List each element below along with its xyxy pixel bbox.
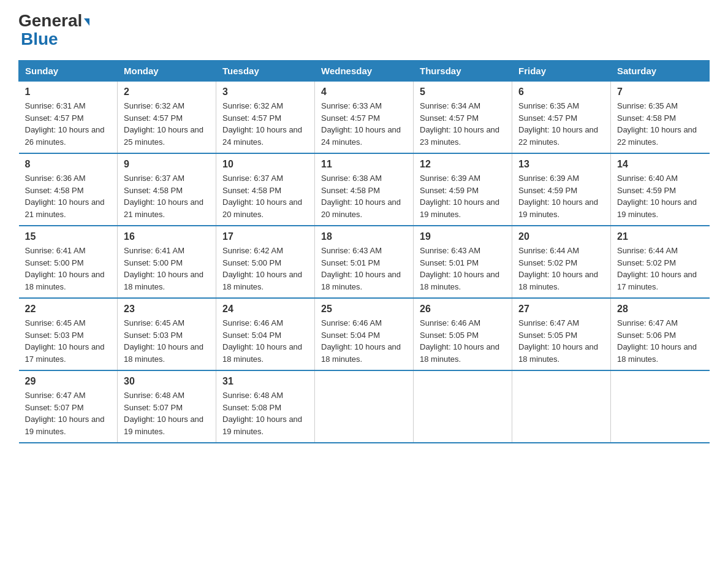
day-number: 3 xyxy=(222,86,308,98)
weekday-header-wednesday: Wednesday xyxy=(315,61,414,82)
calendar-week-row: 8Sunrise: 6:36 AMSunset: 4:58 PMDaylight… xyxy=(19,153,710,226)
calendar-cell: 7Sunrise: 6:35 AMSunset: 4:58 PMDaylight… xyxy=(611,82,710,154)
day-info: Sunrise: 6:39 AMSunset: 4:59 PMDaylight:… xyxy=(420,172,506,220)
calendar-cell: 25Sunrise: 6:46 AMSunset: 5:04 PMDayligh… xyxy=(315,298,414,370)
day-info: Sunrise: 6:44 AMSunset: 5:02 PMDaylight:… xyxy=(617,245,703,293)
day-number: 17 xyxy=(222,231,308,242)
weekday-header-thursday: Thursday xyxy=(414,61,512,82)
day-info: Sunrise: 6:38 AMSunset: 4:58 PMDaylight:… xyxy=(321,172,407,220)
day-info: Sunrise: 6:46 AMSunset: 5:04 PMDaylight:… xyxy=(321,317,407,365)
calendar-cell: 30Sunrise: 6:48 AMSunset: 5:07 PMDayligh… xyxy=(118,370,216,443)
page-header: General Blue xyxy=(18,12,710,48)
day-number: 9 xyxy=(124,159,210,170)
day-number: 20 xyxy=(518,231,604,242)
day-info: Sunrise: 6:47 AMSunset: 5:05 PMDaylight:… xyxy=(518,317,604,365)
day-number: 19 xyxy=(420,231,506,242)
day-number: 12 xyxy=(420,159,506,170)
calendar-cell xyxy=(512,370,611,443)
day-number: 14 xyxy=(617,159,703,170)
calendar-cell: 8Sunrise: 6:36 AMSunset: 4:58 PMDaylight… xyxy=(19,153,118,226)
day-number: 23 xyxy=(124,304,210,315)
day-info: Sunrise: 6:40 AMSunset: 4:59 PMDaylight:… xyxy=(617,172,703,220)
day-info: Sunrise: 6:37 AMSunset: 4:58 PMDaylight:… xyxy=(222,172,308,220)
weekday-header-saturday: Saturday xyxy=(611,61,710,82)
day-info: Sunrise: 6:46 AMSunset: 5:04 PMDaylight:… xyxy=(222,317,308,365)
calendar-cell: 10Sunrise: 6:37 AMSunset: 4:58 PMDayligh… xyxy=(216,153,315,226)
logo: General Blue xyxy=(18,12,89,48)
calendar-cell: 6Sunrise: 6:35 AMSunset: 4:57 PMDaylight… xyxy=(512,82,611,154)
calendar-cell: 28Sunrise: 6:47 AMSunset: 5:06 PMDayligh… xyxy=(611,298,710,370)
calendar-cell: 31Sunrise: 6:48 AMSunset: 5:08 PMDayligh… xyxy=(216,370,315,443)
calendar-cell: 27Sunrise: 6:47 AMSunset: 5:05 PMDayligh… xyxy=(512,298,611,370)
day-info: Sunrise: 6:48 AMSunset: 5:08 PMDaylight:… xyxy=(222,389,308,437)
day-number: 11 xyxy=(321,159,407,170)
day-number: 15 xyxy=(25,231,112,242)
day-info: Sunrise: 6:43 AMSunset: 5:01 PMDaylight:… xyxy=(420,245,506,293)
calendar-table: SundayMondayTuesdayWednesdayThursdayFrid… xyxy=(18,60,710,443)
calendar-cell: 29Sunrise: 6:47 AMSunset: 5:07 PMDayligh… xyxy=(19,370,118,443)
calendar-cell: 12Sunrise: 6:39 AMSunset: 4:59 PMDayligh… xyxy=(414,153,512,226)
calendar-cell: 4Sunrise: 6:33 AMSunset: 4:57 PMDaylight… xyxy=(315,82,414,154)
calendar-cell: 13Sunrise: 6:39 AMSunset: 4:59 PMDayligh… xyxy=(512,153,611,226)
calendar-cell: 18Sunrise: 6:43 AMSunset: 5:01 PMDayligh… xyxy=(315,226,414,298)
calendar-cell xyxy=(315,370,414,443)
day-number: 18 xyxy=(321,231,407,242)
day-number: 27 xyxy=(518,304,604,315)
day-number: 21 xyxy=(617,231,703,242)
day-info: Sunrise: 6:36 AMSunset: 4:58 PMDaylight:… xyxy=(25,172,112,220)
day-number: 7 xyxy=(617,86,703,98)
day-info: Sunrise: 6:44 AMSunset: 5:02 PMDaylight:… xyxy=(518,245,604,293)
calendar-week-row: 22Sunrise: 6:45 AMSunset: 5:03 PMDayligh… xyxy=(19,298,710,370)
calendar-cell xyxy=(611,370,710,443)
day-number: 10 xyxy=(222,159,308,170)
calendar-cell: 24Sunrise: 6:46 AMSunset: 5:04 PMDayligh… xyxy=(216,298,315,370)
day-number: 28 xyxy=(617,304,703,315)
day-info: Sunrise: 6:48 AMSunset: 5:07 PMDaylight:… xyxy=(124,389,210,437)
day-info: Sunrise: 6:33 AMSunset: 4:57 PMDaylight:… xyxy=(321,100,407,148)
calendar-cell: 20Sunrise: 6:44 AMSunset: 5:02 PMDayligh… xyxy=(512,226,611,298)
day-info: Sunrise: 6:45 AMSunset: 5:03 PMDaylight:… xyxy=(25,317,112,365)
weekday-header-tuesday: Tuesday xyxy=(216,61,315,82)
calendar-cell: 21Sunrise: 6:44 AMSunset: 5:02 PMDayligh… xyxy=(611,226,710,298)
calendar-cell: 2Sunrise: 6:32 AMSunset: 4:57 PMDaylight… xyxy=(118,82,216,154)
calendar-week-row: 29Sunrise: 6:47 AMSunset: 5:07 PMDayligh… xyxy=(19,370,710,443)
calendar-cell: 11Sunrise: 6:38 AMSunset: 4:58 PMDayligh… xyxy=(315,153,414,226)
day-number: 13 xyxy=(518,159,604,170)
day-number: 26 xyxy=(420,304,506,315)
day-number: 24 xyxy=(222,304,308,315)
day-number: 2 xyxy=(124,86,210,98)
day-info: Sunrise: 6:32 AMSunset: 4:57 PMDaylight:… xyxy=(124,100,210,148)
weekday-header-monday: Monday xyxy=(118,61,216,82)
weekday-header-row: SundayMondayTuesdayWednesdayThursdayFrid… xyxy=(19,61,710,82)
day-number: 16 xyxy=(124,231,210,242)
calendar-cell: 1Sunrise: 6:31 AMSunset: 4:57 PMDaylight… xyxy=(19,82,118,154)
calendar-cell: 17Sunrise: 6:42 AMSunset: 5:00 PMDayligh… xyxy=(216,226,315,298)
day-info: Sunrise: 6:35 AMSunset: 4:58 PMDaylight:… xyxy=(617,100,703,148)
day-info: Sunrise: 6:34 AMSunset: 4:57 PMDaylight:… xyxy=(420,100,506,148)
calendar-cell: 26Sunrise: 6:46 AMSunset: 5:05 PMDayligh… xyxy=(414,298,512,370)
day-info: Sunrise: 6:39 AMSunset: 4:59 PMDaylight:… xyxy=(518,172,604,220)
calendar-cell: 19Sunrise: 6:43 AMSunset: 5:01 PMDayligh… xyxy=(414,226,512,298)
weekday-header-friday: Friday xyxy=(512,61,611,82)
day-info: Sunrise: 6:35 AMSunset: 4:57 PMDaylight:… xyxy=(518,100,604,148)
calendar-week-row: 15Sunrise: 6:41 AMSunset: 5:00 PMDayligh… xyxy=(19,226,710,298)
calendar-cell: 22Sunrise: 6:45 AMSunset: 5:03 PMDayligh… xyxy=(19,298,118,370)
day-info: Sunrise: 6:41 AMSunset: 5:00 PMDaylight:… xyxy=(124,245,210,293)
day-number: 5 xyxy=(420,86,506,98)
day-number: 1 xyxy=(25,86,112,98)
calendar-cell: 23Sunrise: 6:45 AMSunset: 5:03 PMDayligh… xyxy=(118,298,216,370)
day-info: Sunrise: 6:47 AMSunset: 5:07 PMDaylight:… xyxy=(25,389,112,437)
day-info: Sunrise: 6:32 AMSunset: 4:57 PMDaylight:… xyxy=(222,100,308,148)
calendar-cell: 16Sunrise: 6:41 AMSunset: 5:00 PMDayligh… xyxy=(118,226,216,298)
day-number: 31 xyxy=(222,376,308,387)
day-number: 30 xyxy=(124,376,210,387)
calendar-week-row: 1Sunrise: 6:31 AMSunset: 4:57 PMDaylight… xyxy=(19,82,710,154)
day-info: Sunrise: 6:31 AMSunset: 4:57 PMDaylight:… xyxy=(25,100,112,148)
day-number: 4 xyxy=(321,86,407,98)
day-number: 6 xyxy=(518,86,604,98)
day-number: 8 xyxy=(25,159,112,170)
calendar-cell: 14Sunrise: 6:40 AMSunset: 4:59 PMDayligh… xyxy=(611,153,710,226)
logo-line1: General xyxy=(18,12,89,29)
day-number: 22 xyxy=(25,304,112,315)
day-info: Sunrise: 6:42 AMSunset: 5:00 PMDaylight:… xyxy=(222,245,308,293)
